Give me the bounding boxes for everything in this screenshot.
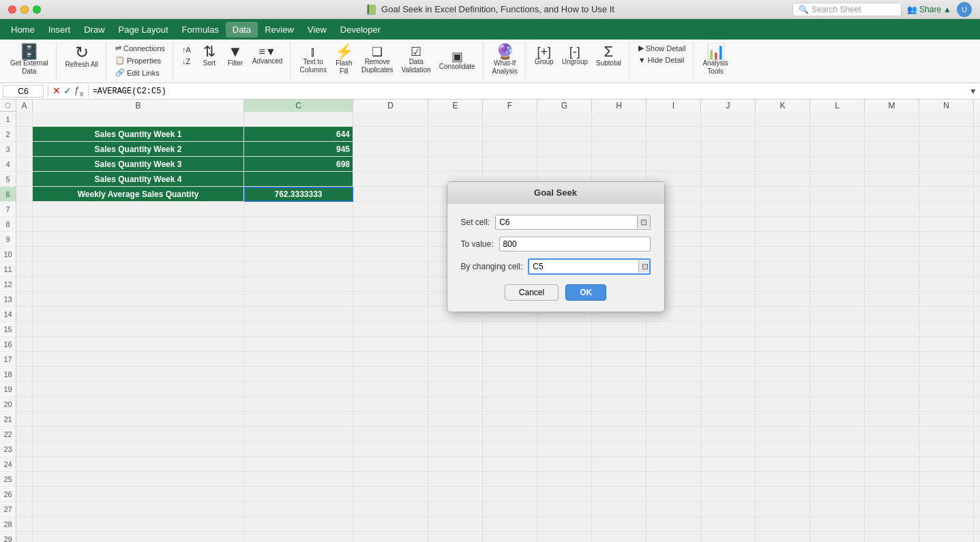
analysis-tools-button[interactable]: 📊 AnalysisTools bbox=[699, 42, 731, 78]
filter-button[interactable]: ▼ Filter bbox=[223, 42, 248, 69]
minimize-button[interactable] bbox=[20, 5, 29, 14]
set-cell-row: Set cell: ⊡ bbox=[461, 215, 651, 230]
to-value-input-wrap bbox=[499, 237, 651, 252]
menu-developer[interactable]: Developer bbox=[333, 22, 387, 37]
ribbon-group-external-data: 🗄️ Get ExternalData bbox=[3, 41, 57, 80]
set-cell-input-wrap: ⊡ bbox=[495, 215, 650, 230]
ribbon-group-detail: ▶ Show Detail ▼ Hide Detail bbox=[631, 41, 694, 80]
share-button[interactable]: 👥 Share ▲ bbox=[907, 5, 951, 14]
data-validation-button[interactable]: ☑ DataValidation bbox=[398, 44, 434, 76]
cancel-formula-icon[interactable]: ✕ bbox=[53, 85, 61, 96]
menu-formulas[interactable]: Formulas bbox=[175, 22, 226, 37]
sort-icon: ⇅ bbox=[203, 44, 216, 59]
dialog-buttons: Cancel OK bbox=[461, 284, 651, 301]
function-icon[interactable]: ƒx bbox=[74, 85, 84, 97]
by-changing-range-button[interactable]: ⊡ bbox=[638, 260, 650, 273]
avatar[interactable]: U bbox=[957, 2, 972, 17]
show-detail-icon: ▶ bbox=[638, 44, 644, 52]
edit-links-button[interactable]: 🔗 Edit Links bbox=[112, 67, 168, 78]
ungroup-icon: [-] bbox=[569, 46, 580, 58]
ribbon-group-connections: ⇌ Connections 📋 Properties 🔗 Edit Links bbox=[108, 41, 173, 80]
ribbon-group-analysis-tools: 📊 AnalysisTools bbox=[695, 41, 735, 80]
sort-asc-button[interactable]: ↑A bbox=[179, 44, 194, 55]
to-value-row: To value: bbox=[461, 237, 651, 252]
text-columns-icon: ⫿ bbox=[310, 46, 316, 58]
text-to-columns-button[interactable]: ⫿ Text toColumns bbox=[296, 44, 329, 76]
properties-icon: 📋 bbox=[115, 56, 125, 65]
dialog-overlay: Goal Seek Set cell: ⊡ To value: bbox=[0, 100, 980, 542]
remove-duplicates-button[interactable]: ❑ RemoveDuplicates bbox=[358, 44, 397, 76]
set-cell-range-button[interactable]: ⊡ bbox=[637, 216, 650, 228]
title-bar: 📗 Goal Seek in Excel Definition, Functio… bbox=[0, 0, 980, 19]
menu-home[interactable]: Home bbox=[4, 22, 42, 37]
filter-icon: ▼ bbox=[228, 44, 243, 59]
analysis-icon: 📊 bbox=[707, 44, 725, 59]
menu-data[interactable]: Data bbox=[226, 22, 258, 37]
menu-review[interactable]: Review bbox=[258, 22, 301, 37]
validation-icon: ☑ bbox=[411, 46, 421, 58]
search-sheet-box[interactable]: 🔍 Search Sheet bbox=[792, 3, 902, 16]
to-value-input[interactable] bbox=[500, 237, 650, 251]
properties-button[interactable]: 📋 Properties bbox=[112, 55, 168, 66]
set-cell-label: Set cell: bbox=[461, 217, 490, 227]
menu-view[interactable]: View bbox=[301, 22, 333, 37]
group-icon: [+] bbox=[537, 46, 552, 58]
ribbon-group-refresh: ↻ Refresh All bbox=[58, 41, 106, 80]
formula-input[interactable] bbox=[93, 87, 964, 96]
connections-group: ⇌ Connections 📋 Properties 🔗 Edit Links bbox=[112, 42, 168, 78]
ribbon: 🗄️ Get ExternalData ↻ Refresh All ⇌ Conn… bbox=[0, 40, 980, 83]
by-changing-input-wrap: ⊡ bbox=[528, 258, 650, 275]
group-button[interactable]: [+] Group bbox=[531, 44, 557, 67]
cancel-button[interactable]: Cancel bbox=[505, 284, 559, 301]
share-icon: 👥 bbox=[907, 5, 917, 14]
menu-draw[interactable]: Draw bbox=[77, 22, 111, 37]
title-bar-right: 🔍 Search Sheet 👥 Share ▲ U bbox=[792, 2, 972, 17]
hide-detail-button[interactable]: ▼ Hide Detail bbox=[635, 55, 689, 65]
window-title: 📗 Goal Seek in Excel Definition, Functio… bbox=[366, 4, 614, 15]
connections-button[interactable]: ⇌ Connections bbox=[112, 42, 168, 54]
subtotal-button[interactable]: Σ Subtotal bbox=[593, 42, 625, 69]
set-cell-input[interactable] bbox=[496, 215, 636, 229]
spreadsheet-container: ⬡ A B C D E F G H I J K L M N bbox=[0, 100, 980, 542]
what-if-button[interactable]: 🔮 What-IfAnalysis bbox=[489, 42, 521, 78]
ribbon-group-sort-filter: ↑A ↓Z ⇅ Sort ▼ Filter ≡▼ Advanced bbox=[175, 41, 291, 80]
by-changing-row: By changing cell: ⊡ bbox=[461, 258, 651, 275]
detail-group: ▶ Show Detail ▼ Hide Detail bbox=[635, 42, 689, 65]
chevron-up-icon: ▲ bbox=[943, 5, 951, 14]
subtotal-icon: Σ bbox=[604, 44, 614, 59]
consolidate-icon: ▣ bbox=[451, 50, 463, 63]
formula-expand-icon[interactable]: ▼ bbox=[969, 87, 977, 96]
refresh-all-button[interactable]: ↻ Refresh All bbox=[62, 42, 102, 71]
maximize-button[interactable] bbox=[33, 5, 41, 14]
menu-page-layout[interactable]: Page Layout bbox=[112, 22, 175, 37]
database-icon: 🗄️ bbox=[20, 44, 38, 59]
spreadsheet-wrapper: ⬡ A B C D E F G H I J K L M N bbox=[0, 100, 980, 542]
by-changing-input[interactable] bbox=[529, 260, 638, 273]
confirm-formula-icon[interactable]: ✓ bbox=[63, 85, 72, 96]
duplicates-icon: ❑ bbox=[372, 46, 383, 58]
cell-reference-box[interactable] bbox=[3, 85, 44, 97]
to-value-label: To value: bbox=[461, 239, 494, 249]
show-detail-button[interactable]: ▶ Show Detail bbox=[635, 42, 689, 54]
sort-desc-button[interactable]: ↓Z bbox=[179, 56, 194, 67]
flash-fill-button[interactable]: ⚡ FlashFill bbox=[331, 42, 357, 78]
what-if-icon: 🔮 bbox=[496, 44, 514, 59]
ribbon-group-data-tools: ⫿ Text toColumns ⚡ FlashFill ❑ RemoveDup… bbox=[292, 41, 483, 80]
dialog-body: Set cell: ⊡ To value: bbox=[447, 204, 664, 312]
formula-divider-2 bbox=[88, 85, 89, 97]
dialog-title: Goal Seek bbox=[447, 182, 664, 204]
formula-bar: ✕ ✓ ƒx ▼ bbox=[0, 83, 980, 100]
ungroup-button[interactable]: [-] Ungroup bbox=[559, 44, 591, 67]
get-external-data-button[interactable]: 🗄️ Get ExternalData bbox=[7, 42, 52, 78]
refresh-icon: ↻ bbox=[75, 44, 89, 61]
ok-button[interactable]: OK bbox=[565, 284, 606, 301]
formula-icons: ✕ ✓ ƒx bbox=[53, 85, 84, 97]
sort-button[interactable]: ⇅ Sort bbox=[197, 42, 222, 69]
menu-insert[interactable]: Insert bbox=[42, 22, 78, 37]
flash-fill-icon: ⚡ bbox=[335, 44, 353, 59]
close-button[interactable] bbox=[8, 5, 16, 14]
consolidate-button[interactable]: ▣ Consolidate bbox=[436, 48, 479, 72]
sort-desc-icon: ↓Z bbox=[182, 57, 190, 65]
advanced-button[interactable]: ≡▼ Advanced bbox=[249, 44, 286, 67]
by-changing-label: By changing cell: bbox=[461, 262, 523, 271]
